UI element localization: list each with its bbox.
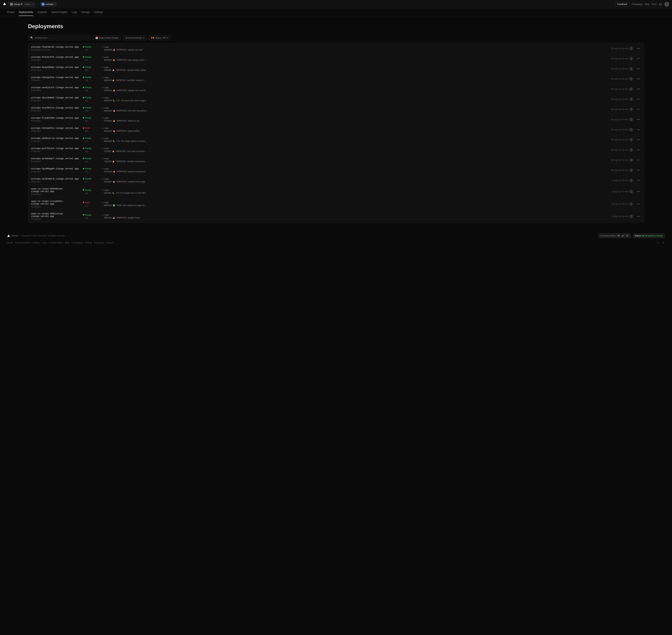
deploy-actions-menu[interactable]: ••• [636,158,641,162]
subnav-item-analytics[interactable]: Analytics [37,8,47,16]
deploy-actions-menu[interactable]: ••• [636,138,641,141]
changelog-link[interactable]: Changelog [632,3,643,5]
footer-link-contact-sales[interactable]: Contact Sales [49,241,63,244]
ready-dot-icon [83,107,84,108]
table-row[interactable]: uxinspo-fljq8l488-ilango.vercel.app Prod… [28,114,644,125]
footer-link-home[interactable]: Home [7,241,13,244]
search-input[interactable] [35,37,89,39]
hash-value: 2554141 [104,89,112,92]
commit-branch: ⎇ main [101,189,602,191]
deploy-actions-menu[interactable]: ••• [636,215,641,218]
search-icon: 🔍 [30,36,33,39]
table-row[interactable]: saas-ui-inspo-cvvxph63x-ilango.vercel.ap… [28,198,644,210]
env-chevron-icon: ▾ [143,37,144,39]
command-menu-button[interactable]: Command Menu ⌘ K ✕ [598,233,631,238]
table-row[interactable]: uxinspo-nav0jkxtk-ilango.vercel.app Prod… [28,84,644,94]
deploy-actions-menu[interactable]: ••• [636,190,641,193]
branch-icon: ⎇ [101,137,104,139]
table-row[interactable]: uxinspo-oc26s0er8-ilango.vercel.app Prod… [28,175,644,185]
footer-link-guides[interactable]: Guides [32,241,40,244]
deploy-duration: 16s [85,79,99,82]
docs-link[interactable]: Docs [651,3,657,5]
deploy-actions-menu[interactable]: ••• [636,118,641,121]
subnav-item-deployments[interactable]: Deployments [19,8,33,16]
commit-hash: → 4e95849 🔥 IMPROVE: Update seo stuff [101,49,602,51]
table-row[interactable]: uxinspo-4nhzwk9ls-ilango.vercel.app Prod… [28,125,644,135]
kbd-close-icon[interactable]: ✕ [626,235,629,237]
subnav-item-speed-insights[interactable]: Speed Insights [51,8,68,16]
feedback-button[interactable]: Feedback [615,2,629,6]
deploy-actions-menu[interactable]: ••• [636,179,641,182]
date-filter[interactable]: 📅 Select Date Range [93,35,121,40]
deploy-actions-menu[interactable]: ••• [636,108,641,111]
twitter-icon[interactable]: ✕ [662,241,665,244]
footer-link-changelog[interactable]: Changelog [71,241,83,244]
deploy-actions-menu[interactable]: ••• [636,87,641,91]
status-chevron-icon: ▾ [167,37,168,39]
commit-hash: → b9d814f 🔥 IMPROVE: Add filter buttons … [101,79,602,82]
footer-link-pricing[interactable]: Pricing [85,241,92,244]
subnav-item-logs[interactable]: Logs [72,8,77,16]
table-row[interactable]: uxinspo-q1b8uariq-ilango.vercel.app Prod… [28,135,644,145]
ready-dot-icon [83,178,84,179]
table-row[interactable]: uxinspo-ac5ehdqof-ilango.vercel.app Prod… [28,155,644,165]
hash-arrow-icon: → [101,150,103,152]
subnav-item-project[interactable]: Project [7,8,15,16]
hash-value: 350e26c [104,217,112,219]
help-link[interactable]: Help [645,3,649,5]
table-row[interactable]: uxinspo-812xbc97k-ilango.vercel.app Prod… [28,53,644,64]
deploy-status: Ready 23s [83,86,99,92]
vercel-logo-icon[interactable] [3,2,6,6]
deploy-duration: 15s [85,49,99,51]
table-row[interactable]: uxinspo-2pziab9w3-ilango.vercel.app Prod… [28,94,644,104]
deploy-actions-menu[interactable]: ••• [636,169,641,172]
deploy-commit: ⎇ main → b859eac 🟢 NEW: Add categories p… [101,201,602,206]
branch-icon: ⎇ [101,117,104,119]
env-filter[interactable]: All Environments ▾ [123,35,147,40]
hash-value: 074360e [104,119,112,122]
footer-logo: Vercel [7,234,18,237]
deploy-actions-menu[interactable]: ••• [636,57,641,60]
table-row[interactable]: saas-ui-inspo-935jca7up-ilango.vercel.ap… [28,210,644,222]
table-row[interactable]: saas-ui-inspo-96540exok-ilango.vercel.ap… [28,185,644,198]
commit-branch: ⎇ main [101,46,602,48]
branch-icon: ⎇ [101,86,104,89]
ready-dot-icon [83,46,84,48]
status-badge: Ready [83,189,99,191]
table-row[interactable]: uxinspo-oxjn9k2i4-ilango.vercel.app Prod… [28,104,644,114]
team-selector[interactable]: iR ilango R Hobby ▾ [8,2,35,7]
deploy-env: Production [31,79,80,82]
table-row[interactable]: uxinspo-pxz70iute-ilango.vercel.app Prod… [28,145,644,155]
status-filter[interactable]: Status 4/5 ▾ [149,35,170,40]
deploy-actions-menu[interactable]: ••• [636,148,641,152]
subnav-item-settings[interactable]: Settings [94,8,103,16]
table-row[interactable]: uxinspo-6oay93w0y-ilango.vercel.app Prod… [28,64,644,74]
footer-link-documentation[interactable]: Documentation [15,241,30,244]
user-avatar[interactable] [664,2,669,7]
footer-link-enterprise[interactable]: Enterprise [94,241,104,244]
footer-link-help[interactable]: Help [42,241,47,244]
deploy-actions-menu[interactable]: ••• [636,128,641,131]
table-row[interactable]: uxinspo-2px90agwh-ilango.vercel.app Prod… [28,165,644,175]
github-icon[interactable]: ⬡ [656,241,659,244]
deploy-status: Ready 18s [83,189,99,195]
deploy-time-text: 20h ago by i4o-dev [611,149,628,151]
hash-value: bb2c8d9 [104,140,112,143]
deploy-actions-menu[interactable]: ••• [636,47,641,50]
hash-value: 98c9942 [104,59,112,61]
subnav-item-storage[interactable]: Storage [81,8,90,16]
deploy-actions-menu[interactable]: ••• [636,97,641,101]
deploy-actions-menu[interactable]: ••• [636,202,641,205]
table-row[interactable]: uxinspo-n3uigz5le-ilango.vercel.app Prod… [28,74,644,84]
team-avatar: iR [10,3,13,6]
footer-link-blog[interactable]: Blog [65,241,69,244]
deploy-actions-menu[interactable]: ••• [636,67,641,70]
project-selector[interactable]: UI uxinspo ▾ [40,2,57,6]
deploy-status: Ready 20s [83,96,99,102]
table-row[interactable]: uxinspo-fbok4wx4k-ilango.vercel.app Prod… [28,43,644,53]
search-box[interactable]: 🔍 [28,35,91,40]
deploy-name: uxinspo-2pziab9w3-ilango.vercel.app [31,96,80,99]
notifications-icon[interactable] [659,2,662,6]
footer-link-legal-▾[interactable]: Legal ▾ [106,241,113,244]
deploy-actions-menu[interactable]: ••• [636,77,641,81]
